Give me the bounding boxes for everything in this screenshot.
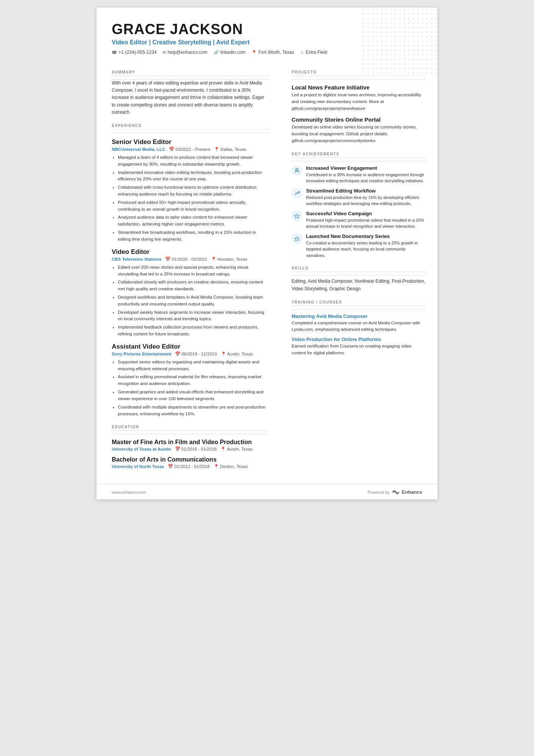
bullet-2-5: Implemented feedback collection processe… <box>118 324 269 338</box>
bullet-1-6: Streamlined live broadcasting workflows,… <box>118 229 269 243</box>
extra-icon: ☆ <box>300 50 304 55</box>
achievement-desc-1: Contributed to a 30% increase in audienc… <box>306 172 426 184</box>
email-text: help@enhancv.com <box>167 50 207 55</box>
project-title-1: Local News Feature Initiative <box>292 84 426 91</box>
job-location-1: 📍 Dallas, Texas <box>214 147 246 152</box>
footer-website: www.enhancv.com <box>112 490 146 495</box>
extra-text: Extra Field <box>306 50 327 55</box>
achievement-2: Streamlined Editing Workflow Reduced pos… <box>292 188 426 207</box>
calendar-icon-1: 📅 <box>169 147 174 152</box>
enhancv-logo: Enhancv <box>392 489 422 495</box>
achievement-title-4: Launched New Documentary Series <box>306 233 426 239</box>
achievement-title-1: Increased Viewer Engagement <box>306 165 426 171</box>
achievements-section-title: KEY ACHIEVEMENTS <box>292 152 426 158</box>
training-title-1: Mastering Avid Media Composer <box>292 313 426 319</box>
main-content: SUMMARY With over 4 years of video editi… <box>97 63 437 484</box>
achievement-text-2: Streamlined Editing Workflow Reduced pos… <box>306 188 426 207</box>
summary-text: With over 4 years of video editing exper… <box>112 80 269 116</box>
location-icon: 📍 <box>251 50 257 55</box>
job-title-1: Senior Video Editor <box>112 138 269 146</box>
achievement-text-1: Increased Viewer Engagement Contributed … <box>306 165 426 184</box>
achievement-text-3: Successful Video Campaign Produced high-… <box>306 211 426 230</box>
job-meta-3: Sony Pictures Entertainment 📅 06/2018 - … <box>112 351 269 357</box>
bullet-3-3: Generated graphics and added visual effe… <box>118 389 269 402</box>
header: GRACE JACKSON Video Editor | Creative St… <box>97 8 437 63</box>
linkedin-contact: 🔗 linkedin.com <box>214 50 246 55</box>
svg-point-2 <box>296 169 298 171</box>
candidate-title: Video Editor | Creative Storytelling | A… <box>112 39 422 46</box>
achievement-icon-2 <box>292 188 302 199</box>
candidate-name: GRACE JACKSON <box>112 21 422 38</box>
job-date-3: 📅 06/2018 - 12/2019 <box>175 351 217 357</box>
powered-by-text: Powered by <box>368 490 390 495</box>
location-text: Fort Worth, Texas <box>258 50 294 55</box>
achievement-3: Successful Video Campaign Produced high-… <box>292 211 426 230</box>
extra-contact: ☆ Extra Field <box>300 50 327 55</box>
bullet-2-3: Designed workflows and templates in Avid… <box>118 294 269 308</box>
experience-section-title: EXPERIENCE <box>112 124 269 130</box>
achievement-desc-4: Co-created a documentary series leading … <box>306 240 426 259</box>
bullet-1-4: Produced and edited 50+ high-impact prom… <box>118 199 269 213</box>
footer: www.enhancv.com Powered by Enhancv <box>97 484 437 499</box>
projects-section-title: PROJECTS <box>292 70 426 76</box>
email-contact: ✉ help@enhancv.com <box>162 50 207 55</box>
svg-marker-4 <box>295 236 300 241</box>
calendar-icon-3: 📅 <box>175 351 180 357</box>
phone-text: +1-(234)-555-1234 <box>119 50 156 55</box>
contact-line: ☎ +1-(234)-555-1234 ✉ help@enhancv.com 🔗… <box>112 50 422 55</box>
bullet-2-2: Collaborated closely with producers on c… <box>118 279 269 293</box>
svg-marker-3 <box>295 214 300 218</box>
training-title-2: Video Production for Online Platforms <box>292 337 426 342</box>
brand-name: Enhancv <box>402 489 422 495</box>
project-title-2: Community Stories Online Portal <box>292 116 426 123</box>
loc-icon-edu2: 📍 <box>214 464 219 469</box>
job-title-2: Video Editor <box>112 248 269 256</box>
loc-icon-edu1: 📍 <box>220 446 226 452</box>
left-column: SUMMARY With over 4 years of video editi… <box>97 63 284 484</box>
cal-icon-edu2: 📅 <box>168 464 173 469</box>
job-date-1: 📅 03/2022 - Present <box>169 147 210 152</box>
bullet-3-2: Assisted in editing promotional material… <box>118 374 269 387</box>
achievement-desc-2: Reduced post-production time by 15% by d… <box>306 194 426 207</box>
loc-icon-1: 📍 <box>214 147 219 152</box>
education-section-title: EDUCATION <box>112 425 269 431</box>
bullet-1-1: Managed a team of 4 editors to produce c… <box>118 154 269 168</box>
training-section-title: TRAINING / COURSES <box>292 300 426 306</box>
job-bullets-1: Managed a team of 4 editors to produce c… <box>112 154 269 243</box>
edu-meta-1: University of Texas at Austin 📅 01/2016 … <box>112 446 269 452</box>
company-2: CBS Television Stations <box>112 257 161 261</box>
footer-brand: Powered by Enhancv <box>368 489 422 495</box>
edu-date-2: 📅 01/2012 - 01/2016 <box>168 464 209 469</box>
degree-2: Bachelor of Arts in Communications <box>112 456 269 463</box>
achievement-icon-3 <box>292 211 302 221</box>
bullet-1-2: Implemented innovative video editing tec… <box>118 169 269 183</box>
email-icon: ✉ <box>162 50 166 55</box>
skills-section-title: SKILLS <box>292 266 426 272</box>
job-bullets-3: Supported senior editors by organizing a… <box>112 359 269 418</box>
right-column: PROJECTS Local News Feature Initiative L… <box>284 63 437 484</box>
project-desc-1: Led a project to digitize local news arc… <box>292 92 426 112</box>
bullet-3-4: Coordinated with multiple departments to… <box>118 404 269 418</box>
cal-icon-edu1: 📅 <box>175 446 180 452</box>
loc-icon-3: 📍 <box>221 351 226 357</box>
achievement-title-3: Successful Video Campaign <box>306 211 426 216</box>
edu-loc-2: 📍 Denton, Texas <box>214 464 248 469</box>
bullet-1-3: Collaborated with cross-functional teams… <box>118 184 269 198</box>
training-desc-1: Completed a comprehensive course on Avid… <box>292 320 426 333</box>
phone-icon: ☎ <box>112 50 117 55</box>
company-3: Sony Pictures Entertainment <box>112 352 171 356</box>
summary-section-title: SUMMARY <box>112 70 269 76</box>
job-title-3: Assistant Video Editor <box>112 343 269 351</box>
achievement-icon-4 <box>292 233 302 244</box>
calendar-icon-2: 📅 <box>165 257 170 262</box>
phone-contact: ☎ +1-(234)-555-1234 <box>112 50 156 55</box>
job-date-2: 📅 01/2020 - 02/2022 <box>165 257 207 262</box>
link-icon: 🔗 <box>214 50 219 55</box>
loc-icon-2: 📍 <box>211 257 216 262</box>
job-location-2: 📍 Houston, Texas <box>211 257 247 262</box>
achievement-text-4: Launched New Documentary Series Co-creat… <box>306 233 426 259</box>
edu-loc-1: 📍 Austin, Texas <box>220 446 253 452</box>
project-desc-2: Developed an online video series focusin… <box>292 124 426 144</box>
degree-1: Master of Fine Arts in Film and Video Pr… <box>112 439 269 446</box>
job-meta-1: NBCUniversal Media, LLC 📅 03/2022 - Pres… <box>112 147 269 152</box>
